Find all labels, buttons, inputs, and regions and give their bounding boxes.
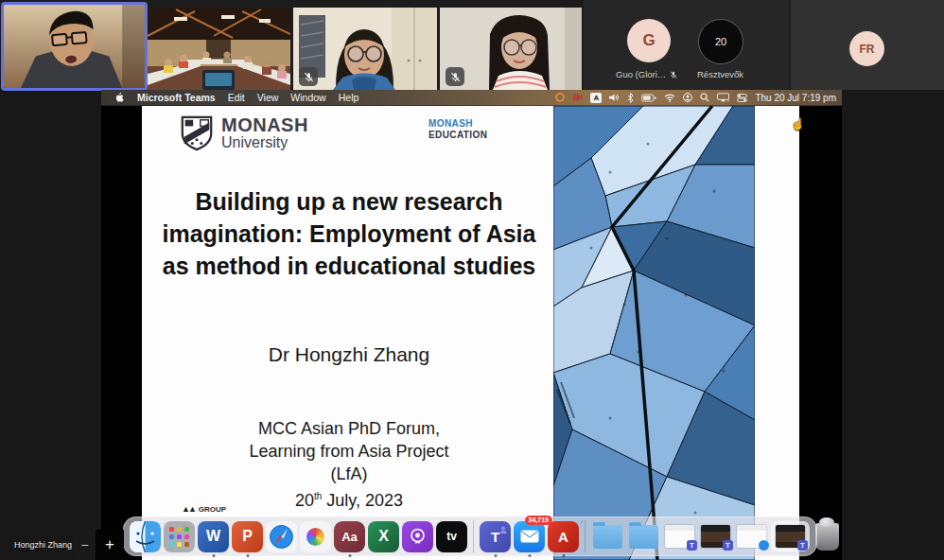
teams-badge-icon: T bbox=[797, 540, 808, 551]
video-tile-active-speaker[interactable] bbox=[1, 2, 148, 91]
participant-name-label: Guo (Glori… bbox=[616, 69, 678, 79]
teams-badge-icon: T bbox=[723, 540, 733, 551]
status-app-icon[interactable] bbox=[555, 92, 565, 103]
mute-icon bbox=[299, 67, 318, 86]
dock-icon-apple-tv[interactable]: tv bbox=[436, 521, 467, 552]
avatar[interactable]: FR bbox=[849, 31, 884, 66]
camera-status-icon[interactable] bbox=[572, 92, 583, 103]
dock-icon-excel[interactable]: X bbox=[368, 521, 399, 552]
presenter-name-tag: Hongzhi Zhang bbox=[8, 537, 79, 552]
dock-icon-appstore[interactable] bbox=[300, 521, 331, 552]
apple-icon[interactable] bbox=[114, 92, 125, 104]
minimized-window-3[interactable] bbox=[737, 525, 766, 548]
participants-overflow-panel: G 20 Guo (Glori… Résztvevők bbox=[584, 0, 789, 90]
battery-icon[interactable] bbox=[641, 92, 656, 103]
control-center-icon[interactable] bbox=[737, 92, 747, 103]
dock-icon-powerpoint[interactable]: P bbox=[232, 521, 263, 552]
monash-wordmark: MONASH bbox=[221, 116, 308, 134]
minimized-window-4-highlight: T bbox=[771, 521, 810, 551]
macos-menu-bar: Microsoft Teams Edit View Window Help A … bbox=[101, 90, 842, 106]
speaker-video-feed bbox=[4, 5, 145, 88]
search-icon[interactable] bbox=[700, 92, 709, 103]
dock-icon-finder[interactable] bbox=[130, 521, 161, 552]
dock-icon-teams[interactable]: T bbox=[480, 521, 511, 552]
avatar-initial: FR bbox=[860, 43, 875, 56]
input-source-icon[interactable]: A bbox=[590, 93, 602, 103]
zoom-in-button[interactable]: + bbox=[96, 530, 124, 560]
launchpad-grid bbox=[169, 527, 189, 547]
zoom-meeting-window: { "meeting": { "avatar_g_initial": "G", … bbox=[0, 0, 944, 560]
mail-unread-badge: 34,719 bbox=[525, 516, 552, 525]
macos-dock: W P Aa X tv T 34,719 A T T bbox=[123, 516, 817, 556]
menu-app-title[interactable]: Microsoft Teams bbox=[137, 92, 216, 103]
group-of-eight-logo: ▲▲ GROUP bbox=[182, 504, 226, 514]
dock-folder-applications[interactable] bbox=[593, 525, 622, 549]
minimized-window-1[interactable]: T bbox=[665, 525, 694, 548]
zoom-out-button[interactable]: − bbox=[74, 530, 96, 560]
conference-room-video-feed bbox=[148, 8, 290, 90]
avatar[interactable]: G bbox=[627, 19, 671, 62]
minimized-window-2[interactable]: T bbox=[701, 525, 730, 548]
participants-label: Résztvevők bbox=[697, 69, 743, 79]
participant-panel-fr: FR bbox=[791, 0, 944, 90]
dock-icon-trash[interactable] bbox=[815, 523, 839, 551]
event-details: MCC Asian PhD Forum, Learning from Asia … bbox=[142, 417, 556, 512]
dock-icon-launchpad[interactable] bbox=[164, 521, 195, 552]
minimized-window-4[interactable]: T bbox=[776, 525, 805, 548]
menu-item-window[interactable]: Window bbox=[290, 92, 325, 103]
menu-item-view[interactable]: View bbox=[257, 92, 279, 103]
appstore-pinwheel bbox=[306, 528, 324, 546]
safari-badge-icon bbox=[759, 540, 769, 551]
monash-wordmark-sub: University bbox=[221, 134, 308, 150]
monash-education-logo: MONASH EDUCATION bbox=[428, 118, 487, 141]
mute-icon bbox=[446, 67, 464, 86]
dock-icon-word[interactable]: W bbox=[198, 521, 229, 552]
dock-icon-mail[interactable]: 34,719 bbox=[514, 521, 545, 552]
menu-clock[interactable]: Thu 20 Jul 7:19 pm bbox=[755, 93, 836, 103]
dock-folder-downloads[interactable] bbox=[629, 525, 658, 549]
participant-count-bubble[interactable]: 20 bbox=[698, 19, 743, 64]
wifi-icon[interactable] bbox=[664, 92, 675, 103]
dock-divider bbox=[585, 520, 586, 552]
avatar-initial: G bbox=[642, 31, 655, 50]
monash-university-logo: MONASH University bbox=[180, 115, 308, 151]
dock-icon-safari[interactable] bbox=[266, 521, 297, 552]
menu-item-help[interactable]: Help bbox=[339, 92, 359, 103]
monash-shield-icon bbox=[180, 115, 214, 151]
presentation-slide: MONASH University MONASH EDUCATION Build… bbox=[142, 106, 799, 560]
dock-divider bbox=[473, 520, 474, 552]
presenter-name: Dr Hongzhi Zhang bbox=[142, 343, 556, 366]
video-strip: G 20 Guo (Glori… Résztvevők FR bbox=[0, 0, 944, 90]
video-tile-conference-room[interactable] bbox=[148, 8, 290, 90]
teams-badge-icon: T bbox=[687, 540, 697, 551]
participant-count: 20 bbox=[715, 36, 726, 47]
hand-cursor-icon: ☝ bbox=[791, 117, 805, 131]
menu-item-edit[interactable]: Edit bbox=[228, 92, 245, 103]
slide-title: Building up a new research imagination: … bbox=[142, 185, 556, 282]
dock-icon-acrobat[interactable]: A bbox=[548, 521, 579, 552]
group-logo-icon: ▲▲ bbox=[182, 504, 195, 514]
blue-facade-image bbox=[553, 106, 755, 560]
dock-icon-fontbook[interactable]: Aa bbox=[334, 521, 365, 552]
dock-icon-podcasts[interactable] bbox=[402, 521, 433, 552]
user-account-icon[interactable] bbox=[683, 92, 692, 103]
screen-share-region: Microsoft Teams Edit View Window Help A … bbox=[101, 90, 842, 560]
bluetooth-icon[interactable] bbox=[627, 92, 634, 103]
volume-icon[interactable] bbox=[609, 92, 620, 103]
screen-mirroring-icon[interactable] bbox=[717, 92, 729, 103]
mute-icon bbox=[669, 70, 678, 79]
